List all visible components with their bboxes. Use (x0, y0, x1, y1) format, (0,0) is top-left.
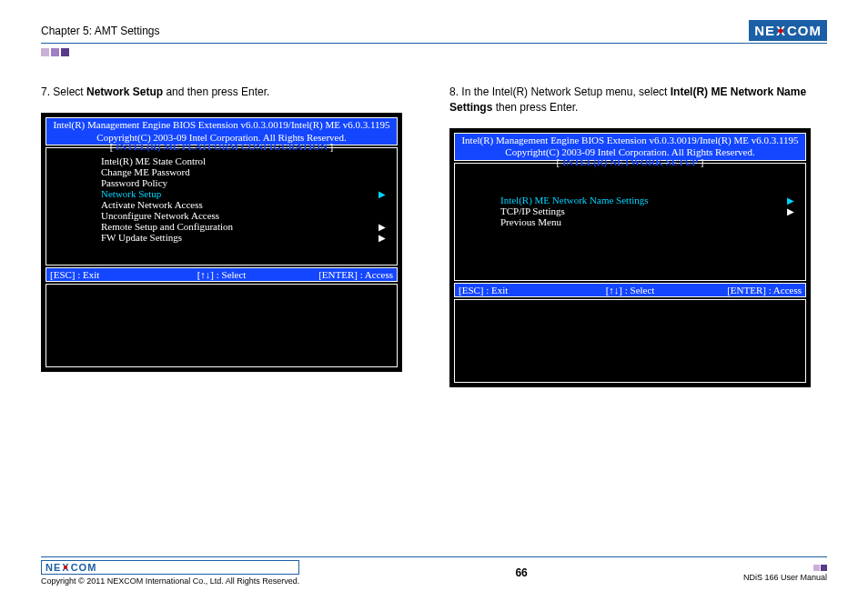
submenu-arrow-icon: ▶ (378, 222, 386, 232)
step-7-text: 7. Select Network Setup and then press E… (41, 85, 419, 100)
copyright-text: Copyright © 2011 NEXCOM International Co… (41, 576, 299, 586)
bios-lower-panel (454, 299, 806, 383)
menu-item-label: Change ME Password (101, 166, 386, 177)
bios-section-title: [ INTEL(R) ME PLATFORM CONFIGURATION ] (46, 141, 397, 152)
bios-lower-panel (45, 284, 398, 367)
esc-hint: [ESC] : Exit (50, 269, 165, 280)
left-column: 7. Select Network Setup and then press E… (41, 85, 419, 387)
submenu-arrow-icon: ▶ (787, 206, 794, 216)
select-hint: [↑↓] : Select (573, 285, 688, 295)
bios-menu-item[interactable]: Remote Setup and Configuration▶ (101, 221, 397, 232)
select-hint: [↑↓] : Select (165, 269, 279, 280)
bios-menu-section: [ INTEL(R) NETWORK SETUP ] Intel(R) ME N… (454, 163, 806, 281)
bios-menu-item[interactable]: Unconfigure Network Access (101, 210, 397, 221)
bios-menu-section: [ INTEL(R) ME PLATFORM CONFIGURATION ] I… (45, 147, 398, 265)
submenu-arrow-icon: ▶ (378, 233, 386, 243)
bios-key-bar: [ESC] : Exit [↑↓] : Select [ENTER] : Acc… (45, 267, 398, 282)
bios-section-title: [ INTEL(R) NETWORK SETUP ] (455, 156, 805, 167)
page-header: Chapter 5: AMT Settings NEXCOM (41, 20, 827, 44)
esc-hint: [ESC] : Exit (459, 285, 573, 295)
menu-item-label: Previous Menu (500, 216, 794, 227)
enter-hint: [ENTER] : Access (278, 269, 393, 280)
bios-menu-item[interactable]: TCP/IP Settings▶ (500, 205, 805, 216)
menu-item-label: Unconfigure Network Access (101, 210, 386, 221)
menu-item-label: TCP/IP Settings (500, 205, 787, 216)
menu-item-label: Network Setup (101, 188, 378, 199)
decorative-squares-footer (812, 564, 827, 573)
submenu-arrow-icon: ▶ (787, 195, 794, 205)
step-8-text: 8. In the Intel(R) Network Setup menu, s… (449, 85, 827, 115)
bios-menu-item[interactable]: Network Setup▶ (101, 188, 397, 199)
page-footer: NEXCOM Copyright © 2011 NEXCOM Internati… (41, 556, 827, 586)
bios-screen-right: Intel(R) Management Engine BIOS Extensio… (449, 128, 811, 388)
bios-screen-left: Intel(R) Management Engine BIOS Extensio… (41, 113, 402, 373)
bios-menu-item[interactable]: Intel(R) ME State Control (101, 155, 397, 166)
submenu-arrow-icon: ▶ (378, 189, 386, 199)
bios-menu-item[interactable]: Password Policy (101, 177, 397, 188)
manual-name: NDiS 166 User Manual (743, 573, 827, 582)
menu-item-label: Activate Network Access (101, 199, 386, 210)
logo-x-icon: X (61, 562, 70, 573)
menu-item-label: Intel(R) ME State Control (101, 155, 386, 166)
menu-item-label: FW Update Settings (101, 232, 378, 243)
menu-item-label: Password Policy (101, 177, 386, 188)
decorative-squares (41, 46, 827, 59)
bios-key-bar: [ESC] : Exit [↑↓] : Select [ENTER] : Acc… (454, 283, 806, 297)
nexcom-logo: NEXCOM (749, 20, 827, 41)
bios-menu-item[interactable]: Previous Menu (500, 216, 805, 227)
chapter-title: Chapter 5: AMT Settings (41, 25, 160, 37)
page-number: 66 (515, 566, 527, 579)
bios-menu-item[interactable]: Change ME Password (101, 166, 397, 177)
right-column: 8. In the Intel(R) Network Setup menu, s… (449, 85, 827, 387)
menu-item-label: Remote Setup and Configuration (101, 221, 378, 232)
bios-menu-item[interactable]: Activate Network Access (101, 199, 397, 210)
enter-hint: [ENTER] : Access (687, 285, 802, 295)
menu-item-label: Intel(R) ME Network Name Settings (500, 195, 787, 205)
bios-menu-item[interactable]: FW Update Settings▶ (101, 232, 397, 243)
logo-x-icon: X (775, 23, 787, 38)
bios-menu-item[interactable]: Intel(R) ME Network Name Settings▶ (500, 195, 805, 205)
nexcom-logo-small: NEXCOM (41, 560, 299, 575)
